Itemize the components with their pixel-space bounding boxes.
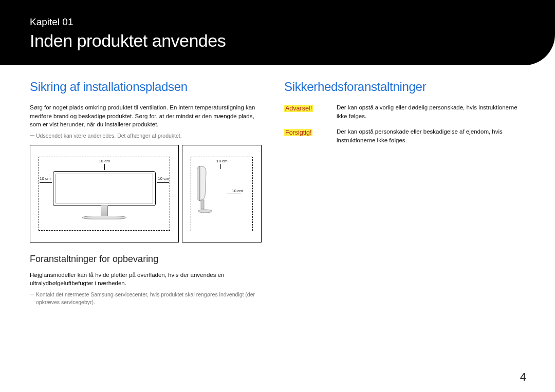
section-heading-safety: Sikkerhedsforanstaltninger <box>284 80 525 94</box>
right-column: Sikkerhedsforanstaltninger Advarsel! Der… <box>284 80 525 311</box>
clearance-diagram-side: 10 cm 10 cm <box>182 145 262 242</box>
subheading-storage: Foranstaltninger for opbevaring <box>30 254 264 265</box>
dim-right-label: 10 cm <box>158 176 169 181</box>
svg-point-1 <box>198 210 212 213</box>
installation-intro: Sørg for noget plads omkring produktet t… <box>30 103 264 129</box>
storage-note-service: Kontakt det nærmeste Samsung-servicecent… <box>30 291 264 306</box>
safety-label-caution: Forsigtig! <box>284 127 327 144</box>
page-content: Sikring af installationspladsen Sørg for… <box>0 65 555 311</box>
dim-side-top-label: 10 cm <box>216 159 228 163</box>
page-number: 4 <box>520 370 526 384</box>
monitor-side-icon <box>197 166 212 213</box>
clearance-diagram-front: 10 cm 10 cm 10 cm <box>30 145 179 242</box>
chapter-label: Kapitel 01 <box>30 16 525 28</box>
safety-desc-warning: Der kan opstå alvorlig eller dødelig per… <box>337 103 525 120</box>
section-heading-installation: Sikring af installationspladsen <box>30 80 264 94</box>
safety-label-warning: Advarsel! <box>284 103 327 120</box>
dim-left-label: 10 cm <box>40 176 51 181</box>
storage-text: Højglansmodeller kan få hvide pletter på… <box>30 271 264 288</box>
dim-top-label: 10 cm <box>99 159 110 163</box>
left-column: Sikring af installationspladsen Sørg for… <box>30 80 264 311</box>
chapter-title: Inden produktet anvendes <box>30 31 525 51</box>
svg-rect-0 <box>201 200 204 209</box>
clearance-diagram-row: 10 cm 10 cm 10 cm 10 cm <box>30 145 264 242</box>
installation-note-appearance: Udseendet kan være anderledes. Det afhæn… <box>30 132 264 140</box>
safety-desc-caution: Der kan opstå personskade eller beskadig… <box>337 127 525 144</box>
safety-table: Advarsel! Der kan opstå alvorlig eller d… <box>284 103 525 145</box>
dim-side-back-label: 10 cm <box>232 189 243 193</box>
chapter-header: Kapitel 01 Inden produktet anvendes <box>0 0 555 65</box>
